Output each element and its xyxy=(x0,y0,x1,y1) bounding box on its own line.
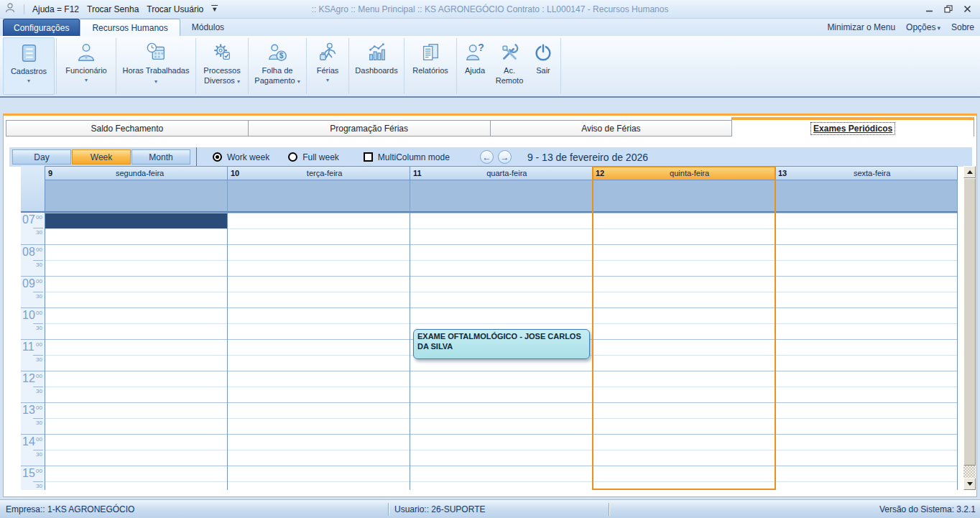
allday-row xyxy=(45,180,958,213)
month-view-button[interactable]: Month xyxy=(131,149,190,165)
ribbon-separator xyxy=(404,38,405,94)
tab-programacao-ferias[interactable]: Programação Férias xyxy=(248,120,491,137)
ribbon-separator xyxy=(195,38,196,94)
quick-access-caret-icon[interactable]: ▼ xyxy=(211,6,218,13)
tab-aviso-de-ferias[interactable]: Aviso de Férias xyxy=(490,120,733,137)
day-header-quarta[interactable]: 11quarta-feira xyxy=(410,166,593,180)
processos-diversos-button[interactable]: Processos Diversos ▾ xyxy=(198,36,246,96)
vertical-scrollbar[interactable] xyxy=(963,166,976,490)
horas-trabalhadas-button[interactable]: Horas Trabalhadas ▾ xyxy=(118,36,194,96)
work-week-radio[interactable] xyxy=(213,152,222,162)
app-person-icon xyxy=(4,2,16,16)
day-header-sexta[interactable]: 13sexta-feira xyxy=(775,166,958,180)
day-column-sexta[interactable] xyxy=(775,213,958,490)
time-grid[interactable]: EXAME OFTALMOLÓGICO - JOSE CARLOS DA SIL… xyxy=(45,213,958,490)
help-icon: ? xyxy=(464,40,486,65)
allday-cell[interactable] xyxy=(775,180,958,213)
multicolumn-checkbox[interactable] xyxy=(364,152,373,162)
ribbon-separator xyxy=(456,38,457,94)
status-version: Versão do Sistema: 3.2.1 xyxy=(609,504,980,514)
ribbon-separator xyxy=(560,38,561,94)
dropdown-arrow-icon: ▾ xyxy=(326,77,329,84)
hour-label: 150030 xyxy=(21,466,45,490)
exam-appointment[interactable]: EXAME OFTALMOLÓGICO - JOSE CARLOS DA SIL… xyxy=(413,329,590,359)
ferias-button[interactable]: Férias ▾ xyxy=(308,36,347,96)
minimize-menu-link[interactable]: Minimizar o Menu xyxy=(827,22,895,32)
scrollbar-thumb[interactable] xyxy=(963,178,976,466)
allday-cell[interactable] xyxy=(593,180,775,213)
toolbar-separator xyxy=(196,147,197,167)
day-view-button[interactable]: Day xyxy=(12,149,71,165)
arrow-up-icon xyxy=(967,170,973,174)
menu-item-trocar-senha[interactable]: Trocar Senha xyxy=(87,4,139,14)
report-icon xyxy=(420,40,441,65)
time-gutter: 070030 080030 090030 100030 110030 12003… xyxy=(21,213,45,490)
status-company: Empresa:: 1-KS AGRONEGÓCIO xyxy=(0,504,388,514)
dropdown-arrow-icon: ▾ xyxy=(297,78,300,85)
next-week-button[interactable]: → xyxy=(498,150,512,164)
ribbon-tab-row: Configurações Recursos Humanos Módulos M… xyxy=(0,19,980,36)
day-header-row: 9segunda-feira 10terça-feira 11quarta-fe… xyxy=(45,166,958,180)
dashboards-button[interactable]: Dashboards xyxy=(351,36,402,96)
hour-label: 140030 xyxy=(21,434,45,466)
day-header-segunda[interactable]: 9segunda-feira xyxy=(45,166,228,180)
options-caret-icon: ▾ xyxy=(937,24,940,32)
menu-item-trocar-usuario[interactable]: Trocar Usuário xyxy=(147,4,203,14)
tab-configuracoes[interactable]: Configurações xyxy=(3,19,80,36)
ribbon-separator xyxy=(116,38,116,94)
funcionario-button[interactable]: Funcionário ▾ xyxy=(58,36,114,96)
ajuda-button[interactable]: ? Ajuda xyxy=(458,36,491,96)
person-icon xyxy=(75,40,97,65)
gear-icon xyxy=(211,40,233,65)
tools-icon xyxy=(499,40,520,65)
restore-button[interactable] xyxy=(944,5,953,13)
allday-cell[interactable] xyxy=(228,180,410,213)
full-week-label: Full week xyxy=(302,152,339,162)
allday-cell[interactable] xyxy=(45,180,228,213)
svg-text:?: ? xyxy=(478,42,484,53)
status-bar: Empresa:: 1-KS AGRONEGÓCIO Usuario:: 26-… xyxy=(0,499,980,518)
window-controls xyxy=(925,5,980,13)
ribbon-separator xyxy=(306,38,307,94)
day-header-terca[interactable]: 10terça-feira xyxy=(228,166,410,180)
day-column-quinta[interactable] xyxy=(593,213,775,490)
ribbon-separator xyxy=(348,38,349,94)
subtab-strip: Saldo Fechamento Programação Férias Avis… xyxy=(6,117,974,137)
prev-week-button[interactable]: ← xyxy=(480,150,494,164)
minimize-button[interactable] xyxy=(925,5,933,13)
selected-time-cell[interactable] xyxy=(45,213,227,228)
hour-label: 100030 xyxy=(21,307,45,339)
scroll-up-button[interactable] xyxy=(963,166,976,178)
tab-saldo-fechamento[interactable]: Saldo Fechamento xyxy=(6,120,249,137)
menu-item-ajuda-f12[interactable]: Ajuda = F12 xyxy=(32,4,79,14)
tab-recursos-humanos[interactable]: Recursos Humanos xyxy=(80,19,180,36)
relatorios-button[interactable]: Relatórios xyxy=(406,36,455,96)
ribbon: Cadastros ▾ Funcionário ▾ Horas Trabalha… xyxy=(0,36,980,98)
close-button[interactable] xyxy=(963,5,971,13)
hour-label: 110030 xyxy=(21,339,45,371)
hour-label: 120030 xyxy=(21,371,45,402)
scheduler-toolbar: Day Week Month Work week Full week Multi… xyxy=(9,147,972,167)
about-link[interactable]: Sobre xyxy=(951,22,974,32)
acesso-remoto-button[interactable]: Ac. Remoto xyxy=(491,36,527,96)
sair-button[interactable]: Sair xyxy=(527,36,559,96)
day-column-segunda[interactable] xyxy=(45,213,228,490)
day-header-quinta-today[interactable]: 12quinta-feira xyxy=(593,166,775,180)
folha-pagamento-button[interactable]: $ Folha de Pagamento ▾ xyxy=(250,36,305,96)
work-week-label: Work week xyxy=(227,152,269,162)
cadastros-button[interactable]: Cadastros ▾ xyxy=(3,37,55,95)
scheduler-corner-cell xyxy=(21,166,45,213)
ribbon-separator xyxy=(56,38,57,94)
hour-label: 090030 xyxy=(21,276,45,307)
options-link[interactable]: Opções▾ xyxy=(906,22,940,32)
scrollbar-track[interactable] xyxy=(963,466,976,478)
scroll-down-button[interactable] xyxy=(963,478,976,490)
hour-label: 070030 xyxy=(21,213,45,244)
week-view-button[interactable]: Week xyxy=(72,149,131,165)
day-column-terca[interactable] xyxy=(228,213,410,490)
tab-modulos[interactable]: Módulos xyxy=(180,19,236,36)
full-week-radio[interactable] xyxy=(288,152,297,162)
tab-exames-periodicos[interactable]: Exames Periódicos xyxy=(731,117,974,137)
list-icon xyxy=(18,40,40,66)
allday-cell[interactable] xyxy=(410,180,593,213)
